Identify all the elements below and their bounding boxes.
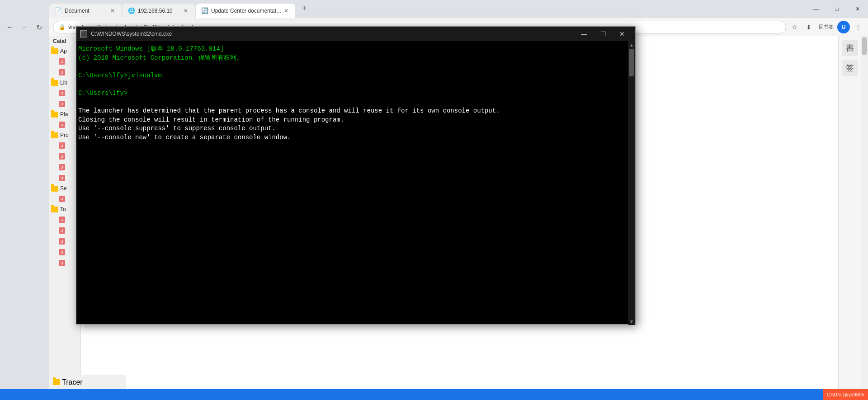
lib-item2-icon: J [58,100,66,108]
cmd-minimize-button[interactable]: — [575,28,594,40]
app-item2-icon: J [58,69,66,76]
to-section-label: To [60,206,66,212]
cmd-line-10: Use '--console suppress' to suppress con… [78,124,633,133]
browser-top-left: ← → ↻ [0,0,49,36]
tracer-label: Tracer [62,378,83,386]
top-left-nav: ← → ↻ [0,18,49,36]
cmd-title-icon: ⬛ [80,30,87,38]
cmd-scroll-track[interactable] [628,48,635,318]
cmd-titlebar: ⬛ C:\WINDOWS\system32\cmd.exe — ☐ ✕ [76,27,635,41]
to-item3-icon: J [58,238,66,245]
browser-minimize-button[interactable]: — [806,2,826,16]
document-tab-icon: 📄 [55,7,62,14]
browser-titlebar: 📄 Document ✕ 🌐 192.168.56.10 ✕ 🔄 Update … [49,0,868,18]
top-left-controls [0,0,49,18]
cmd-line-6: C:\Users\lfy> [78,89,633,98]
app-folder-icon [51,48,58,54]
lib-item1-icon: J [58,89,66,97]
to-folder-icon [51,207,58,212]
document-tab-label: Document [65,8,109,14]
browser-maximize-button[interactable]: □ [826,2,847,16]
cmd-line-3 [78,62,633,71]
more-menu-button[interactable]: ⋮ [852,21,864,33]
forward-button[interactable]: → [18,21,31,33]
right-panel-btn-2[interactable]: 签 [842,60,858,76]
pro-item2-icon: J [58,153,66,160]
sec-item1-icon: J [58,195,66,202]
sec-folder-icon [51,186,58,192]
cmd-line-7 [78,98,633,107]
to-item2-icon: J [58,227,66,234]
reload-button[interactable]: ↻ [33,21,45,33]
browser-scroll-thumb[interactable] [862,37,867,55]
pla-folder-icon [51,112,58,118]
pla-section-label: Pla [60,111,68,118]
cmd-scrollbar[interactable]: ▲ ▼ [628,41,635,325]
toolbar-right: ☆ ⬇ 回书签 U ⋮ [788,21,864,33]
tracer-row[interactable]: Tracer [49,375,126,389]
lock-icon: 🔒 [59,24,66,30]
lib-section-label: Lib [60,80,67,86]
pro-section-label: Pro [60,132,69,138]
pro-folder-icon [51,132,58,138]
update-center-tab-label: Update Center documentation [211,8,283,14]
bookmark-star-icon[interactable]: ☆ [788,21,801,33]
cmd-maximize-button[interactable]: ☐ [594,28,613,40]
download-icon[interactable]: ⬇ [802,21,815,33]
right-panel: 書 签 [838,36,861,400]
to-item1-icon: J [58,216,66,223]
cmd-window-controls: — ☐ ✕ [575,28,632,40]
to-item5-icon: J [58,259,66,267]
back-button[interactable]: ← [4,21,16,33]
app-section-label: Ap [60,48,67,54]
cmd-line-8: The launcher has determined that the par… [78,107,633,116]
browser-tab-document[interactable]: 📄 Document ✕ [49,4,122,18]
right-panel-btn-1[interactable]: 書 [842,40,858,56]
cmd-line-11: Use '--console new' to create a separate… [78,133,633,142]
cmd-line-4: C:\Users\lfy>jvisualvm [78,71,633,80]
cmd-line-5 [78,80,633,89]
browser-tab-ip[interactable]: 🌐 192.168.56.10 ✕ [123,4,195,18]
cmd-scroll-thumb[interactable] [629,49,634,76]
user-avatar[interactable]: U [837,21,850,33]
update-center-tab-close[interactable]: ✕ [283,7,290,14]
browser-tab-update-center[interactable]: 🔄 Update Center documentation ✕ [196,4,295,18]
browser-scrollbar[interactable] [861,36,868,400]
cmd-line-1: Microsoft Windows [版本 10.0.17763.914] [78,45,633,54]
cmd-scroll-down[interactable]: ▼ [628,318,635,325]
cmd-close-button[interactable]: ✕ [613,28,632,40]
app-item1-icon: J [58,58,66,65]
update-center-tab-icon: 🔄 [201,7,208,14]
toolbar-bookmark-label[interactable]: 回书签 [817,21,835,33]
cmd-line-2: (c) 2018 Microsoft Corporation。保留所有权利。 [78,54,633,63]
browser-window-controls: — □ ✕ [806,0,868,18]
ip-tab-icon: 🌐 [128,7,135,14]
to-item4-icon: J [58,249,66,256]
ip-tab-close[interactable]: ✕ [182,7,189,14]
pro-item1-icon: J [58,142,66,149]
status-bar [0,389,868,400]
cmd-title-text: C:\WINDOWS\system32\cmd.exe [91,31,575,37]
pro-item3-icon: J [58,164,66,171]
sec-section-label: Se [60,185,67,192]
cmd-window: ⬛ C:\WINDOWS\system32\cmd.exe — ☐ ✕ Micr… [76,26,636,325]
document-tab-close[interactable]: ✕ [109,7,116,14]
pro-item4-icon: J [58,174,66,182]
cmd-content[interactable]: Microsoft Windows [版本 10.0.17763.914] (c… [76,41,635,324]
cmd-line-9: Closing the console will result in termi… [78,116,633,125]
cmd-scroll-up[interactable]: ▲ [628,41,635,48]
csdn-badge[interactable]: CSDN @jys9895 [823,389,868,400]
lib-folder-icon [51,80,58,86]
ip-tab-label: 192.168.56.10 [138,8,182,14]
pla-item1-icon: J [58,121,66,128]
tracer-folder-icon [53,379,60,385]
browser-close-button[interactable]: ✕ [847,2,868,16]
new-tab-button[interactable]: + [298,2,311,14]
